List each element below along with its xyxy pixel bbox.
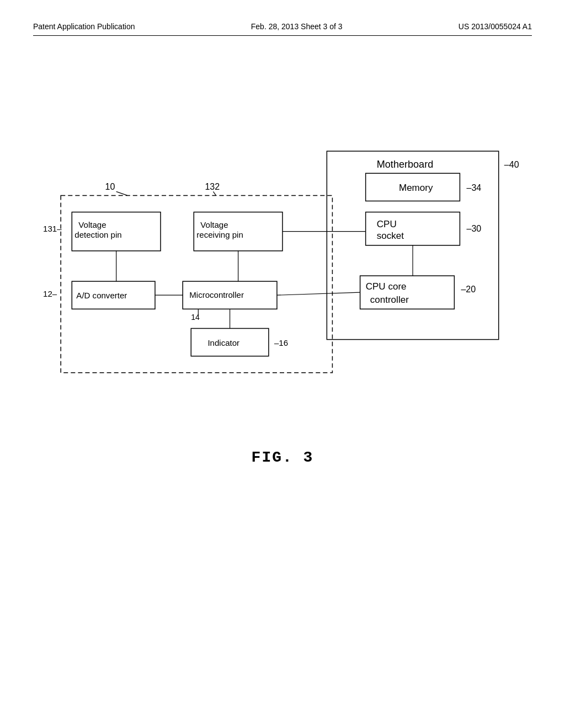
figure-caption: FIG. 3 bbox=[252, 449, 314, 466]
memory-label: Memory bbox=[399, 183, 433, 193]
cpu-core-label-2: controller bbox=[370, 295, 409, 305]
ref-20: –20 bbox=[461, 284, 476, 294]
svg-line-5 bbox=[116, 191, 127, 195]
vdp-label-2: detection pin bbox=[74, 230, 121, 239]
vrp-label-2: receiving pin bbox=[196, 230, 243, 239]
motherboard-label: Motherboard bbox=[377, 159, 434, 170]
vdp-label-1: Voltage bbox=[78, 220, 106, 229]
cpu-socket-label-2: socket bbox=[377, 231, 404, 241]
cpu-core-label-1: CPU core bbox=[366, 281, 407, 292]
circuit-diagram: Motherboard –40 Memory –34 CPU socket –3… bbox=[33, 135, 532, 400]
svg-line-17 bbox=[277, 292, 360, 295]
cpu-socket-label-1: CPU bbox=[377, 219, 397, 229]
svg-line-6 bbox=[213, 191, 216, 195]
header-left: Patent Application Publication bbox=[33, 22, 135, 31]
ref-132-label: 132 bbox=[205, 181, 220, 191]
ref-30: –30 bbox=[466, 223, 481, 233]
vrp-label-1: Voltage bbox=[200, 220, 228, 229]
page: Patent Application Publication Feb. 28, … bbox=[0, 0, 565, 728]
header-right: US 2013/0055024 A1 bbox=[459, 22, 532, 31]
indicator-label: Indicator bbox=[207, 338, 239, 347]
ref-12: 12– bbox=[43, 289, 57, 298]
ad-label: A/D converter bbox=[76, 291, 127, 300]
ref-10-label: 10 bbox=[105, 181, 115, 191]
ref-131: 131– bbox=[43, 224, 62, 233]
diagram-area: Motherboard –40 Memory –34 CPU socket –3… bbox=[33, 135, 532, 400]
page-header: Patent Application Publication Feb. 28, … bbox=[33, 22, 532, 36]
header-center: Feb. 28, 2013 Sheet 3 of 3 bbox=[251, 22, 343, 31]
ref-34: –34 bbox=[466, 183, 481, 192]
mc-label: Microcontroller bbox=[189, 290, 244, 299]
ref-40: –40 bbox=[504, 159, 519, 169]
ref-16: –16 bbox=[274, 338, 288, 347]
